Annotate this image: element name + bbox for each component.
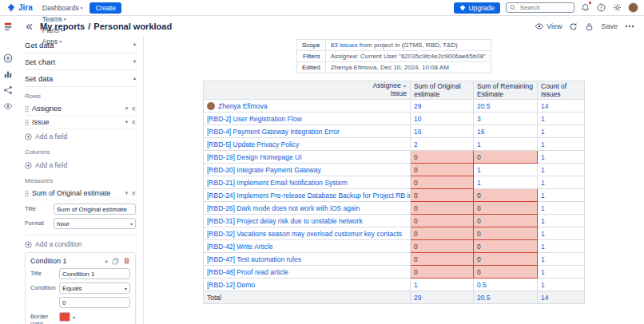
format-select[interactable]: hour ▾	[54, 218, 136, 229]
value-link[interactable]: 1	[541, 243, 545, 251]
value-link[interactable]: 29	[414, 294, 421, 302]
issue-link[interactable]: [RBD-24] Implement Pre-release Database …	[207, 192, 411, 200]
help-button[interactable]: ?	[596, 2, 606, 13]
value-link[interactable]: 1	[541, 153, 545, 161]
rail-chart-button[interactable]	[2, 69, 14, 80]
value-link[interactable]: 0.5	[477, 281, 487, 289]
assignee-link[interactable]: Zhenya Efimova	[218, 102, 267, 110]
value-link[interactable]: 1	[541, 204, 545, 212]
issue-link[interactable]: [RBD-5] Update Privacy Policy	[207, 140, 299, 148]
value-link[interactable]: 1	[477, 179, 481, 187]
issue-link[interactable]: [RBD-12] Demo	[207, 281, 255, 289]
drag-handle-icon[interactable]	[25, 105, 29, 113]
issue-link[interactable]: [RBD-26] Dark mode does not work with iO…	[207, 204, 360, 212]
nav-item-dashboards[interactable]: Dashboards▾	[39, 2, 86, 14]
delete-condition-button[interactable]	[123, 257, 130, 265]
issue-link[interactable]: [RBD-48] Proof read article	[207, 268, 288, 276]
value-link[interactable]: 1	[541, 166, 545, 174]
value-link[interactable]: 1	[541, 281, 545, 289]
value-link[interactable]: 1	[541, 230, 545, 238]
section-set-data[interactable]: Set data ▴	[25, 70, 136, 87]
view-button[interactable]: View	[535, 22, 562, 31]
issue-link[interactable]: [RBD-20] Integrate Payment Gateway	[207, 166, 321, 174]
row-field-issue[interactable]: Issue▾×	[25, 116, 136, 129]
settings-button[interactable]	[612, 2, 622, 13]
issue-link[interactable]: [RBD-31] Project delay risk due to unsta…	[207, 217, 363, 225]
lock-button[interactable]	[585, 22, 594, 31]
issue-link[interactable]: [RBD-19] Design Homepage UI	[207, 153, 302, 161]
value-link[interactable]: 1	[477, 166, 481, 174]
condition-title-input[interactable]	[59, 268, 130, 279]
measure-title-input[interactable]	[54, 203, 136, 215]
drag-handle-icon[interactable]	[25, 119, 29, 126]
add-field-rows-button[interactable]: Add a field	[25, 129, 67, 143]
issue-link[interactable]: [RBD-4] Payment Gateway Integration Erro…	[207, 128, 340, 136]
border-color-picker[interactable]: ▾	[59, 311, 75, 322]
issue-link[interactable]: [RBD-42] Write Article	[207, 243, 273, 251]
column-header-count-of-issues[interactable]: Count of Issues	[538, 81, 585, 100]
value-link[interactable]: 14	[541, 102, 548, 110]
value-link[interactable]: 20.5	[477, 294, 491, 302]
value-link[interactable]: 1	[541, 140, 545, 148]
value-link[interactable]: 29	[414, 102, 421, 110]
collapse-condition-button[interactable]: ▴	[105, 258, 108, 264]
scope-issues-link[interactable]: 83 issues	[331, 41, 358, 49]
value-link[interactable]: 1	[541, 128, 545, 136]
value-link[interactable]: 1	[541, 268, 545, 276]
remove-field-icon[interactable]: ×	[131, 191, 136, 196]
chevron-down-icon[interactable]: ▾	[125, 119, 129, 125]
condition-value-input[interactable]	[59, 297, 130, 308]
value-link[interactable]: 2	[414, 140, 418, 148]
section-get-data[interactable]: Get data ▾	[25, 37, 136, 53]
issue-link[interactable]: [RBD-47] Test automation rules	[207, 255, 301, 263]
user-avatar[interactable]	[628, 2, 638, 13]
column-header-sum-of-original-estimate[interactable]: Sum of Original estimate	[411, 81, 474, 100]
value-link[interactable]: 16	[477, 128, 484, 136]
row-dimensions-header[interactable]: Assignee ▲Issue	[204, 81, 411, 100]
rail-report-button[interactable]	[2, 21, 14, 32]
duplicate-condition-button[interactable]	[112, 258, 119, 265]
column-header-sum-of-remaining-estimate[interactable]: Sum of Remaining Estimate	[474, 81, 538, 100]
collapse-panel-button[interactable]	[23, 21, 34, 32]
add-condition-button[interactable]: Add a condition	[25, 237, 82, 251]
more-button[interactable]	[625, 25, 634, 28]
value-link[interactable]: 14	[541, 294, 548, 302]
rail-share-button[interactable]	[2, 85, 14, 96]
sort-icon[interactable]: ▲	[403, 83, 407, 88]
rail-preview-button[interactable]	[2, 101, 14, 112]
issue-link[interactable]: [RBD-32] Vacations season may overload c…	[207, 230, 402, 238]
remove-field-icon[interactable]: ×	[131, 120, 136, 125]
create-button[interactable]: Create	[89, 2, 121, 14]
value-link[interactable]: 1	[541, 179, 545, 187]
upgrade-button[interactable]: Upgrade	[454, 2, 500, 14]
value-link[interactable]: 1	[414, 281, 418, 289]
value-link[interactable]: 1	[541, 115, 545, 123]
notifications-button[interactable]	[580, 2, 590, 13]
value-link[interactable]: 1	[541, 255, 545, 263]
value-link[interactable]: 1	[541, 192, 545, 200]
section-set-chart[interactable]: Set chart ▾	[25, 53, 136, 70]
value-link[interactable]: 10	[414, 115, 421, 123]
measure-field-sum-of-original-estimate[interactable]: Sum of Original estimate ▾ ×	[25, 187, 136, 200]
value-link[interactable]: 1	[477, 140, 481, 148]
value-link[interactable]: 16	[414, 128, 421, 136]
search-box[interactable]	[506, 2, 574, 13]
rail-add-report-button[interactable]	[2, 53, 14, 64]
save-button[interactable]: Save	[601, 22, 618, 30]
condition-operator-select[interactable]: Equals ▾	[59, 283, 130, 294]
issue-link[interactable]: [RBD-2] User Registration Flow	[207, 115, 302, 123]
add-field-columns-button[interactable]: Add a field	[25, 158, 67, 172]
issue-link[interactable]: [RBD-21] Implement Email Notification Sy…	[207, 179, 348, 187]
row-field-assignee[interactable]: Assignee▾×	[25, 102, 136, 116]
value-link[interactable]: 1	[541, 217, 545, 225]
refresh-button[interactable]	[569, 22, 578, 31]
remove-field-icon[interactable]: ×	[131, 106, 136, 112]
breadcrumb-my-reports[interactable]: My reports	[40, 22, 85, 31]
chevron-down-icon[interactable]: ▾	[125, 105, 129, 112]
drag-handle-icon[interactable]	[25, 190, 29, 197]
search-input[interactable]	[519, 3, 570, 12]
value-link[interactable]: 20.5	[477, 102, 491, 110]
jira-logo[interactable]: Jira	[6, 3, 33, 13]
chevron-down-icon[interactable]: ▾	[125, 190, 129, 196]
value-link[interactable]: 3	[477, 115, 481, 123]
